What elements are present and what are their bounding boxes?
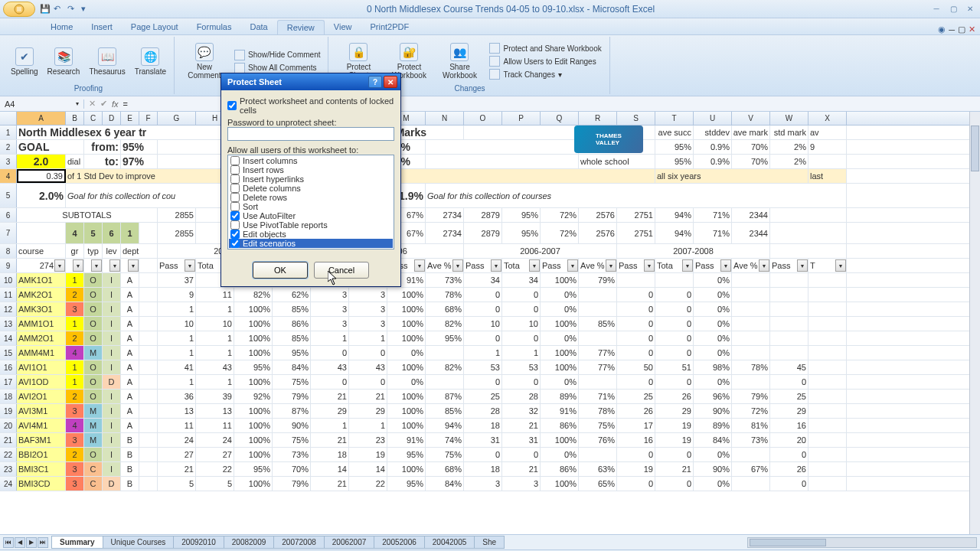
cell-F11[interactable] [139,288,158,302]
cell-gr-21[interactable]: 3 [66,433,84,447]
cell-lev-18[interactable]: I [103,390,121,403]
cell-J13[interactable]: 86% [273,317,311,331]
cell-H23[interactable]: 22 [196,462,234,476]
cell-M21[interactable]: 91% [387,433,426,447]
filter-dropdown-icon[interactable]: ▼ [109,259,120,272]
cell-J18[interactable]: 79% [273,390,311,403]
help-icon[interactable]: ◉ [938,24,946,34]
cell-gr-14[interactable]: 2 [66,331,84,345]
cell-G18[interactable]: 36 [158,390,196,403]
cell-course-19[interactable]: AVI3M1 [17,404,66,418]
cell-K22[interactable]: 18 [311,448,349,461]
cell-C3[interactable]: to: [84,155,121,168]
ok-button[interactable]: OK [253,262,308,279]
col-header-B[interactable]: B [66,112,84,125]
undo-icon[interactable]: ↶ [54,4,64,15]
cell-Q17[interactable]: 0% [541,375,579,389]
cell-I20[interactable]: 100% [234,419,273,432]
close-button[interactable]: ✕ [963,3,977,15]
cell-S10[interactable] [617,273,655,287]
cell-S22[interactable]: 0 [617,448,655,461]
cell-P6[interactable]: 95% [502,208,541,222]
cell-N20[interactable]: 94% [426,419,464,432]
cell-X9[interactable]: T▼ [808,259,847,272]
cell-M19[interactable]: 100% [387,404,426,418]
cell-typ-16[interactable]: O [84,360,103,374]
research-button[interactable]: 📚Research [44,46,83,77]
cell-S20[interactable]: 17 [617,419,655,432]
cell-N21[interactable]: 74% [426,433,464,447]
cell-U21[interactable]: 84% [694,433,732,447]
cell-J11[interactable]: 62% [273,288,311,302]
col-header-E[interactable]: E [121,112,139,125]
filter-dropdown-icon[interactable]: ▼ [414,259,425,272]
cell-S13[interactable]: 0 [617,317,655,331]
cell-course-21[interactable]: BAF3M1 [17,433,66,447]
cell-E3[interactable]: 97% [121,155,158,168]
cell-R21[interactable]: 76% [579,433,617,447]
cell-F20[interactable] [139,419,158,432]
cell-L21[interactable]: 23 [349,433,387,447]
col-header-V[interactable]: V [732,112,770,125]
cell-T2[interactable]: 95% [655,140,694,154]
cell-G12[interactable]: 1 [158,302,196,316]
row-header-22[interactable]: 22 [0,448,17,461]
cell-R6[interactable]: 2576 [579,208,617,222]
row-header-17[interactable]: 17 [0,375,17,389]
cell-G6[interactable]: 2855 [158,208,196,222]
cell-N10[interactable]: 73% [426,273,464,287]
cell-X11[interactable] [808,288,847,302]
cell-S17[interactable]: 0 [617,375,655,389]
cell-M11[interactable]: 100% [387,288,426,302]
cell-dept-14[interactable]: A [121,331,139,345]
cell-P15[interactable]: 1 [502,346,541,360]
row-header-12[interactable]: 12 [0,302,17,316]
cell-V21[interactable]: 73% [732,433,770,447]
cell-N6[interactable]: 2734 [426,208,464,222]
cell-F21[interactable] [139,433,158,447]
cell-K13[interactable]: 3 [311,317,349,331]
cell-R3[interactable]: whole school [579,155,655,168]
cell-U16[interactable]: 98% [694,360,732,374]
cell-S6[interactable]: 2751 [617,208,655,222]
cell-dept-22[interactable]: B [121,448,139,461]
row-header-19[interactable]: 19 [0,404,17,418]
cell-G11[interactable]: 9 [158,288,196,302]
cell-course-18[interactable]: AVI2O1 [17,390,66,403]
cell-P12[interactable]: 0 [502,302,541,316]
sheet-tab-20082009[interactable]: 20082009 [224,536,275,549]
cell-X22[interactable] [808,448,847,461]
cell-I23[interactable]: 95% [234,462,273,476]
cell-X2[interactable]: 9 [808,140,847,154]
save-icon[interactable]: 💾 [40,4,51,15]
cell-U1[interactable]: stddev [694,126,732,139]
cell-lev-17[interactable]: D [103,375,121,389]
cell-O15[interactable]: 1 [464,346,502,360]
cell-K20[interactable]: 1 [311,419,349,432]
cell-G13[interactable]: 10 [158,317,196,331]
cell-X20[interactable] [808,419,847,432]
cell-S21[interactable]: 16 [617,433,655,447]
tab-page-layout[interactable]: Page Layout [122,20,188,34]
cell-N3[interactable] [426,155,579,168]
cell-gr-16[interactable]: 1 [66,360,84,374]
cell-W21[interactable]: 20 [770,433,808,447]
cell-S11[interactable]: 0 [617,288,655,302]
cancel-edit-icon[interactable]: ✕ [89,99,96,109]
cell-U2[interactable]: 0.9% [694,140,732,154]
cell-F23[interactable] [139,462,158,476]
cell-O7[interactable]: 2879 [464,223,502,243]
cell-R24[interactable]: 65% [579,477,617,491]
filter-dropdown-icon[interactable]: ▼ [682,259,693,272]
cell-lev-20[interactable]: I [103,419,121,432]
cell-I11[interactable]: 82% [234,288,273,302]
sheet-tab-20042005[interactable]: 20042005 [424,536,475,549]
cell-J17[interactable]: 75% [273,375,311,389]
cell-P11[interactable]: 0 [502,288,541,302]
cell-dept-19[interactable]: A [121,404,139,418]
cell-L11[interactable]: 3 [349,288,387,302]
cell-R7[interactable]: 2576 [579,223,617,243]
cell-A7[interactable] [17,223,66,243]
cell-X3[interactable] [808,155,847,168]
row-header-24[interactable]: 24 [0,477,17,491]
